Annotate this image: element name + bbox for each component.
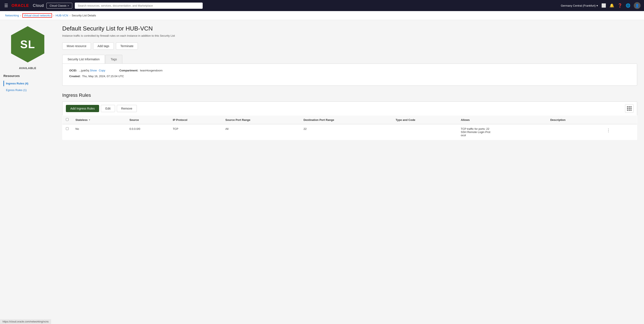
grid-dot <box>630 108 632 109</box>
breadcrumb-sep-3: › <box>70 14 70 17</box>
created-field: Created: Thu, May 16, 2024, 07:15:04 UTC <box>69 74 124 78</box>
action-buttons: Move resource Add tags Terminate <box>62 42 637 50</box>
remove-button[interactable]: Remove <box>117 105 137 112</box>
created-value: Thu, May 16, 2024, 07:15:04 UTC <box>82 74 124 78</box>
show-ocid-link[interactable]: Show <box>90 69 97 72</box>
cloud-text: Cloud <box>33 4 44 8</box>
col-actions <box>601 116 637 124</box>
add-tags-button[interactable]: Add tags <box>93 42 114 50</box>
grid-dot <box>627 106 628 108</box>
sidebar-item-egress-rules[interactable]: Egress Rules (1) <box>4 87 52 93</box>
col-type-and-code: Type and Code <box>392 116 458 124</box>
cell-type-and-code <box>392 124 458 140</box>
col-description: Description <box>547 116 601 124</box>
ocid-value: ...jyak5q <box>79 69 89 72</box>
breadcrumb-networking[interactable]: Networking <box>5 14 19 17</box>
hamburger-menu[interactable]: ☰ <box>4 2 9 9</box>
row-checkbox[interactable] <box>66 127 68 130</box>
cloud-classic-button[interactable]: Cloud Classic > <box>46 3 72 8</box>
cell-ip-protocol: TCP <box>170 124 222 140</box>
info-panel: OCID: ...jyak5q Show Copy Compartment: I… <box>62 64 637 86</box>
cell-description <box>547 124 601 140</box>
compartment-value: IwanHoogendoorn <box>140 69 162 72</box>
info-row-created: Created: Thu, May 16, 2024, 07:15:04 UTC <box>69 74 630 78</box>
oracle-logo: ORACLE Cloud <box>12 4 44 8</box>
grid-dot <box>627 108 628 109</box>
table-body: No 0.0.0.0/0 TCP All 22 TCP traffic for … <box>62 124 637 140</box>
grid-dot <box>627 110 628 111</box>
ingress-rules-table: Stateless ▼ Source IP Protocol Source Po… <box>62 115 637 140</box>
info-row-ocid: OCID: ...jyak5q Show Copy Compartment: I… <box>69 69 630 72</box>
grid-dot <box>629 106 630 108</box>
table-grid-icon[interactable] <box>625 104 634 113</box>
select-all-checkbox[interactable] <box>66 118 68 121</box>
col-destination-port-range: Destination Port Range <box>300 116 392 124</box>
bell-icon[interactable]: 🔔 <box>610 3 614 8</box>
hex-letters: SL <box>20 38 35 51</box>
ocid-field: OCID: ...jyak5q Show Copy <box>69 69 106 72</box>
add-ingress-rules-button[interactable]: Add Ingress Rules <box>66 105 99 112</box>
nav-right-section: Germany Central (Frankfurt) ▾ ⬜ 🔔 ❓ 🌐 👤 <box>561 2 640 9</box>
resource-icon-wrapper: SL AVAILABLE <box>4 25 52 70</box>
region-selector[interactable]: Germany Central (Frankfurt) ▾ <box>561 4 598 7</box>
page-subtitle: Instance traffic is controlled by firewa… <box>62 34 637 37</box>
ingress-rules-section-title: Ingress Rules <box>62 92 637 98</box>
move-resource-button[interactable]: Move resource <box>62 42 91 50</box>
compartment-label: Compartment: <box>119 69 138 72</box>
page-title: Default Security List for HUB-VCN <box>62 25 637 32</box>
sidebar-item-ingress-rules[interactable]: Ingress Rules (4) <box>4 80 52 86</box>
top-navigation: ☰ ORACLE Cloud Cloud Classic > Germany C… <box>0 0 644 11</box>
breadcrumb-vcn[interactable]: Virtual cloud networks <box>24 14 51 17</box>
resources-title: Resources <box>4 74 52 78</box>
grid-dot <box>630 106 632 108</box>
sort-arrow-icon: ▼ <box>88 119 90 121</box>
col-stateless: Stateless ▼ <box>72 116 126 124</box>
table-toolbar: Add Ingress Rules Edit Remove <box>62 102 637 115</box>
tab-security-list-information[interactable]: Security List Information <box>62 55 105 64</box>
breadcrumb-current: Security List Details <box>72 14 96 17</box>
terminate-button[interactable]: Terminate <box>116 42 138 50</box>
created-label: Created: <box>69 74 80 78</box>
col-source: Source <box>126 116 169 124</box>
cell-row-menu: ⋮ <box>601 124 637 140</box>
breadcrumb: Networking › Virtual cloud networks › HU… <box>0 11 644 20</box>
tab-tags[interactable]: Tags <box>105 55 122 64</box>
url-text: https://cloud.oracle.com/networking/vcns <box>2 320 48 323</box>
user-avatar[interactable]: 👤 <box>634 2 640 9</box>
breadcrumb-hub-vcn[interactable]: HUB-VCN <box>56 14 68 17</box>
cell-source-port-range: All <box>222 124 300 140</box>
grid-dot <box>629 110 630 111</box>
stateless-sort[interactable]: Stateless ▼ <box>76 118 122 122</box>
grid-dot <box>630 110 632 111</box>
edit-button[interactable]: Edit <box>101 105 115 112</box>
row-context-menu-button[interactable]: ⋮ <box>604 127 612 133</box>
table-row: No 0.0.0.0/0 TCP All 22 TCP traffic for … <box>62 124 637 140</box>
terminal-icon[interactable]: ⬜ <box>602 3 606 8</box>
ocid-label: OCID: <box>69 69 77 72</box>
cell-destination-port-range: 22 <box>300 124 392 140</box>
globe-icon[interactable]: 🌐 <box>626 3 630 8</box>
content-area: Default Security List for HUB-VCN Instan… <box>56 20 644 324</box>
search-input[interactable] <box>75 2 203 9</box>
compartment-field: Compartment: IwanHoogendoorn <box>119 69 162 72</box>
table-header-row: Stateless ▼ Source IP Protocol Source Po… <box>62 116 637 124</box>
copy-ocid-link[interactable]: Copy <box>99 69 105 72</box>
left-sidebar: SL AVAILABLE Resources Ingress Rules (4)… <box>0 20 56 324</box>
footer-url: https://cloud.oracle.com/networking/vcns <box>0 319 51 324</box>
hex-icon: SL <box>8 25 47 64</box>
oracle-text: ORACLE <box>12 4 29 8</box>
search-container <box>75 2 203 9</box>
cell-stateless: No <box>72 124 126 140</box>
header-checkbox-col <box>62 116 72 124</box>
help-icon[interactable]: ❓ <box>618 3 622 8</box>
status-badge: AVAILABLE <box>19 66 36 70</box>
row-checkbox-col <box>62 124 72 140</box>
region-chevron-icon: ▾ <box>596 4 598 7</box>
region-label: Germany Central (Frankfurt) <box>561 4 596 7</box>
tabs-bar: Security List Information Tags <box>62 55 637 64</box>
resources-section: Resources Ingress Rules (4) Egress Rules… <box>4 74 52 93</box>
breadcrumb-sep-2: › <box>53 14 54 17</box>
main-layout: SL AVAILABLE Resources Ingress Rules (4)… <box>0 20 644 324</box>
cell-source: 0.0.0.0/0 <box>126 124 169 140</box>
grid-dot <box>629 108 630 109</box>
